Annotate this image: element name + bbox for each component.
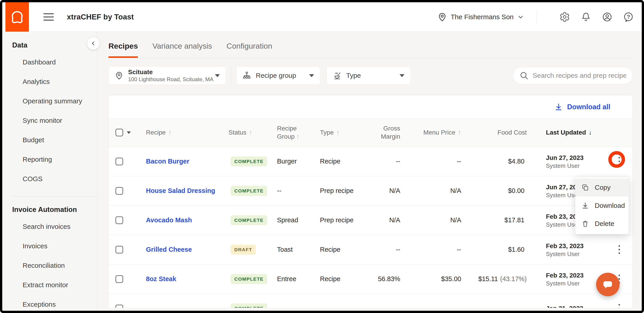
context-menu-download[interactable]: Download: [575, 196, 629, 215]
sidebar-item[interactable]: Analytics: [2, 72, 97, 91]
column-header-status[interactable]: Status↑: [228, 129, 272, 136]
location-pin-icon: [114, 71, 124, 80]
column-header-gross-margin[interactable]: Gross Margin: [368, 124, 402, 141]
column-header-last-updated[interactable]: Last Updated↓: [529, 129, 606, 136]
notifications-bell-icon[interactable]: [581, 12, 591, 22]
sidebar-heading-invoice-automation: Invoice Automation: [2, 206, 97, 217]
chevron-down-icon: [517, 14, 524, 20]
sidebar-collapse-button[interactable]: [87, 37, 100, 50]
row-checkbox[interactable]: [116, 216, 123, 224]
recipe-group-filter[interactable]: Recipe group: [236, 66, 320, 85]
recipe-group-cell: Spread: [272, 216, 314, 224]
recipe-link[interactable]: Avocado Mash: [146, 216, 192, 224]
last-updated-cell: Jun 27, 2023 System User: [529, 154, 606, 169]
food-cost-cell: $0.00: [464, 187, 529, 194]
row-actions-kebab-icon[interactable]: [613, 300, 625, 308]
type-cell: Prep recipe: [314, 187, 368, 194]
status-badge: DRAFT: [231, 245, 256, 255]
sidebar-item[interactable]: Budget: [2, 130, 97, 150]
select-dropdown-caret-icon[interactable]: [127, 131, 131, 134]
app-window: xtraCHEF by Toast The Fishermans Son: [0, 0, 644, 313]
table-toolbar: Download all: [109, 95, 632, 119]
sidebar-item[interactable]: Search invoices: [2, 217, 97, 236]
recipe-link[interactable]: Grilled Cheese: [146, 246, 192, 253]
type-filter[interactable]: Type: [326, 66, 410, 85]
row-actions-kebab-icon[interactable]: [613, 154, 625, 169]
sidebar-item[interactable]: COGS: [2, 169, 97, 189]
sidebar-item[interactable]: Dashboard: [2, 53, 97, 72]
topbar-divider: [537, 10, 537, 24]
food-cost-cell: $4.80: [464, 158, 529, 165]
account-user-icon[interactable]: [602, 12, 612, 22]
sort-asc-icon: ↑: [296, 133, 300, 140]
column-header-recipe-group[interactable]: Recipe Group ↑: [272, 124, 314, 141]
search-input[interactable]: [532, 72, 626, 79]
type-cell: Recipe: [314, 275, 368, 283]
column-header-type[interactable]: Type↑: [314, 129, 368, 136]
app-title: xtraCHEF by Toast: [67, 13, 134, 21]
tab[interactable]: Configuration: [226, 42, 272, 58]
chat-bubble-icon: [602, 279, 614, 290]
column-header-food-cost[interactable]: Food Cost: [464, 129, 529, 136]
search-icon: [520, 71, 528, 80]
sort-asc-icon: ↑: [249, 129, 252, 136]
download-all-label: Download all: [567, 103, 610, 111]
recipe-group-filter-label: Recipe group: [256, 72, 296, 79]
sidebar: Data Dashboard Analytics Operating summa…: [2, 32, 97, 311]
gross-margin-cell: --: [368, 246, 402, 253]
status-badge: COMPLETE: [231, 303, 267, 308]
recipe-link[interactable]: House Salad Dressing: [146, 187, 215, 194]
status-badge: COMPLETE: [231, 274, 267, 284]
row-actions-kebab-icon[interactable]: [613, 242, 625, 258]
sort-asc-icon: ↑: [458, 129, 461, 136]
column-header-recipe[interactable]: Recipe↑: [142, 129, 228, 136]
context-menu-delete[interactable]: Delete: [575, 215, 629, 233]
sidebar-item[interactable]: Reconciliation: [2, 256, 97, 275]
dropdown-caret-icon: [215, 74, 220, 77]
sidebar-item[interactable]: Sync monitor: [2, 111, 97, 130]
status-badge: COMPLETE: [231, 186, 267, 196]
context-menu-copy[interactable]: Copy: [575, 178, 629, 196]
type-filter-label: Type: [346, 72, 361, 79]
top-bar: xtraCHEF by Toast The Fishermans Son: [2, 2, 642, 32]
sidebar-item[interactable]: Exceptions: [2, 295, 97, 313]
recipe-link[interactable]: 8oz Steak: [146, 275, 176, 282]
sidebar-section-data: Data Dashboard Analytics Operating summa…: [2, 41, 97, 189]
sidebar-heading-data: Data: [2, 41, 97, 53]
recipe-group-hierarchy-icon: [242, 71, 251, 80]
sidebar-item[interactable]: Operating summary: [2, 91, 97, 111]
type-cell: Recipe: [314, 158, 368, 165]
settings-gear-icon[interactable]: [560, 12, 570, 22]
help-bubble-icon[interactable]: ?: [623, 12, 634, 22]
location-switcher[interactable]: The Fishermans Son: [437, 12, 524, 22]
toast-bread-icon: [9, 9, 25, 25]
row-checkbox[interactable]: [116, 246, 123, 253]
recipe-group-cell: Burger: [272, 158, 314, 165]
location-name: The Fishermans Son: [451, 13, 514, 21]
sidebar-item[interactable]: Invoices: [2, 236, 97, 256]
tab[interactable]: Recipes: [108, 42, 138, 58]
food-cost-cell: $1.60: [464, 246, 529, 253]
row-checkbox[interactable]: [116, 305, 123, 308]
hamburger-menu-icon[interactable]: [44, 13, 54, 21]
type-cell: Prep recipe: [314, 216, 368, 224]
sidebar-item[interactable]: Extract monitor: [2, 275, 97, 295]
download-all-button[interactable]: Download all: [554, 102, 610, 112]
column-header-menu-price[interactable]: Menu Price↑: [402, 129, 464, 136]
food-cost-cell: $17.81: [464, 216, 529, 224]
row-checkbox[interactable]: [116, 275, 123, 283]
sidebar-item[interactable]: Reporting: [2, 150, 97, 169]
toast-logo[interactable]: [6, 2, 29, 32]
type-cell: Recipe: [314, 246, 368, 253]
recipe-link[interactable]: Bacon Burger: [146, 158, 189, 165]
row-checkbox[interactable]: [116, 158, 123, 165]
chat-support-button[interactable]: [596, 273, 620, 296]
select-all-checkbox[interactable]: [116, 129, 123, 136]
menu-price-cell: N/A: [402, 187, 464, 194]
location-filter[interactable]: Scituate 100 Lighthouse Road, Scituate, …: [108, 66, 226, 85]
menu-price-cell: N/A: [402, 216, 464, 224]
tab[interactable]: Variance analysis: [152, 42, 212, 58]
status-badge: COMPLETE: [231, 215, 267, 225]
gross-margin-cell: N/A: [368, 216, 402, 224]
row-checkbox[interactable]: [116, 187, 123, 195]
